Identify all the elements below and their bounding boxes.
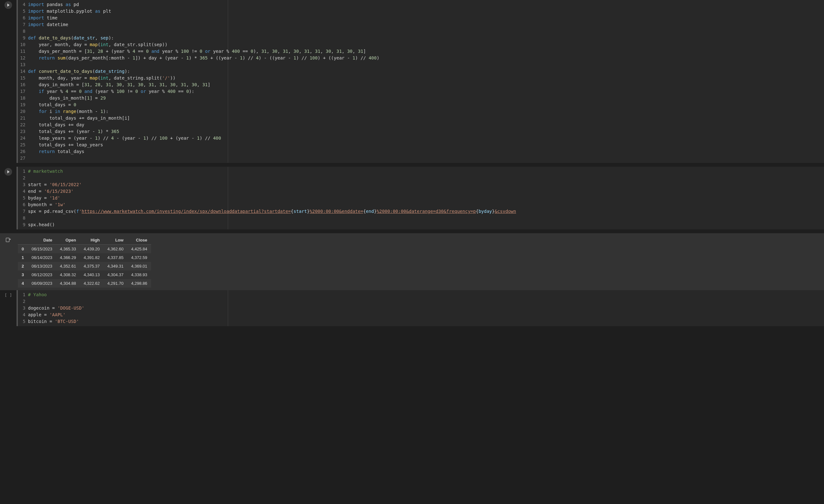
line-content[interactable]: total_days += leap_years	[28, 141, 824, 148]
code-line[interactable]: 11 days_per_month = [31, 28 + (year % 4 …	[18, 48, 824, 55]
code-line[interactable]: 2	[18, 175, 824, 181]
code-line[interactable]: 4apple = 'AAPL'	[18, 311, 824, 318]
code-line[interactable]: 5byday = '1d'	[18, 195, 824, 201]
line-content[interactable]	[28, 62, 824, 68]
code-line[interactable]: 5import matplotlib.pyplot as plt	[18, 8, 824, 15]
line-content[interactable]: import pandas as pd	[28, 1, 824, 8]
code-line[interactable]: 16 days_in_month = [31, 28, 31, 30, 31, …	[18, 82, 824, 88]
line-number: 5	[18, 318, 28, 325]
code-line[interactable]: 9spx.head()	[18, 221, 824, 228]
code-line[interactable]: 1# Yahoo	[18, 291, 824, 298]
code-line[interactable]: 3dogecoin = 'DOGE-USD'	[18, 305, 824, 311]
run-cell-button[interactable]	[4, 168, 12, 176]
code-line[interactable]: 3start = '06/15/2022'	[18, 181, 824, 188]
line-content[interactable]: days_in_month[1] = 29	[28, 95, 824, 101]
line-number: 6	[18, 201, 28, 208]
line-content[interactable]: start = '06/15/2022'	[28, 181, 824, 188]
line-content[interactable]	[28, 175, 824, 181]
line-content[interactable]: year, month, day = map(int, date_str.spl…	[28, 41, 824, 48]
table-cell: 4,369.01	[127, 262, 151, 271]
cell-gutter	[0, 167, 16, 229]
code-line[interactable]: 25 total_days += leap_years	[18, 141, 824, 148]
code-line[interactable]: 17 if year % 4 == 0 and (year % 100 != 0…	[18, 88, 824, 95]
code-line[interactable]: 9def date_to_days(date_str, sep):	[18, 35, 824, 41]
code-line[interactable]: 13	[18, 62, 824, 68]
code-line[interactable]: 26 return total_days	[18, 148, 824, 155]
code-line[interactable]: 6bymonth = '1w'	[18, 201, 824, 208]
code-line[interactable]: 24 leap_years = (year - 1) // 4 - (year …	[18, 135, 824, 141]
column-header: Low	[104, 236, 127, 245]
line-number: 17	[18, 88, 28, 95]
code-line[interactable]: 22 total_days += day	[18, 121, 824, 128]
line-content[interactable]: import datetime	[28, 21, 824, 28]
line-content[interactable]: def convert_date_to_days(date_string):	[28, 68, 824, 75]
output-icon[interactable]	[5, 237, 11, 243]
line-number: 15	[18, 75, 28, 82]
code-line[interactable]: 6import time	[18, 15, 824, 21]
line-content[interactable]: return sum(days_per_month[:month - 1]) +…	[28, 55, 824, 62]
code-line[interactable]: 20 for i in range(month - 1):	[18, 108, 824, 115]
line-content[interactable]	[28, 298, 824, 305]
line-content[interactable]: total_days += days_in_month[i]	[28, 115, 824, 121]
line-content[interactable]: import matplotlib.pyplot as plt	[28, 8, 824, 15]
line-content[interactable]: end = '6/15/2023'	[28, 188, 824, 195]
code-line[interactable]: 15 month, day, year = map(int, date_stri…	[18, 75, 824, 82]
line-number: 5	[18, 195, 28, 201]
line-content[interactable]: import time	[28, 15, 824, 21]
line-content[interactable]: spx = pd.read_csv(f'https://www.marketwa…	[28, 208, 824, 215]
line-content[interactable]: bitcoin = 'BTC-USD'	[28, 318, 824, 325]
line-content[interactable]: return total_days	[28, 148, 824, 155]
line-content[interactable]: leap_years = (year - 1) // 4 - (year - 1…	[28, 135, 824, 141]
line-content[interactable]	[28, 28, 824, 35]
code-line[interactable]: 7import datetime	[18, 21, 824, 28]
code-line[interactable]: 12 return sum(days_per_month[:month - 1]…	[18, 55, 824, 62]
line-content[interactable]: def date_to_days(date_str, sep):	[28, 35, 824, 41]
line-content[interactable]: total_days = 0	[28, 101, 824, 108]
code-line[interactable]: 2	[18, 298, 824, 305]
table-cell: 06/12/2023	[28, 271, 56, 279]
line-number: 12	[18, 55, 28, 62]
code-line[interactable]: 10 year, month, day = map(int, date_str.…	[18, 41, 824, 48]
line-content[interactable]: for i in range(month - 1):	[28, 108, 824, 115]
code-line[interactable]: 19 total_days = 0	[18, 101, 824, 108]
line-content[interactable]	[28, 155, 824, 162]
run-cell-button[interactable]	[4, 1, 12, 9]
line-content[interactable]: spx.head()	[28, 221, 824, 228]
code-line[interactable]: 21 total_days += days_in_month[i]	[18, 115, 824, 121]
code-editor[interactable]: 1# Yahoo23dogecoin = 'DOGE-USD'4apple = …	[16, 290, 824, 326]
code-line[interactable]: 1# marketwatch	[18, 168, 824, 175]
line-content[interactable]: bymonth = '1w'	[28, 201, 824, 208]
code-line[interactable]: 14def convert_date_to_days(date_string):	[18, 68, 824, 75]
line-number: 7	[18, 208, 28, 215]
code-editor[interactable]: 1# marketwatch23start = '06/15/2022'4end…	[16, 167, 824, 229]
table-cell: 4,425.84	[127, 245, 151, 254]
code-line[interactable]: 23 total_days += (year - 1) * 365	[18, 128, 824, 135]
line-content[interactable]: if year % 4 == 0 and (year % 100 != 0 or…	[28, 88, 824, 95]
line-content[interactable]: dogecoin = 'DOGE-USD'	[28, 305, 824, 311]
code-line[interactable]: 18 days_in_month[1] = 29	[18, 95, 824, 101]
line-content[interactable]: total_days += day	[28, 121, 824, 128]
line-content[interactable]	[28, 215, 824, 221]
table-cell: 4,308.32	[56, 271, 80, 279]
line-number: 8	[18, 215, 28, 221]
code-line[interactable]: 8	[18, 28, 824, 35]
execution-count-empty[interactable]: [ ]	[4, 291, 12, 326]
line-content[interactable]: days_per_month = [31, 28 + (year % 4 == …	[28, 48, 824, 55]
line-content[interactable]: # Yahoo	[28, 291, 824, 298]
line-content[interactable]: apple = 'AAPL'	[28, 311, 824, 318]
code-line[interactable]: 7spx = pd.read_csv(f'https://www.marketw…	[18, 208, 824, 215]
code-line[interactable]: 8	[18, 215, 824, 221]
code-line[interactable]: 5bitcoin = 'BTC-USD'	[18, 318, 824, 325]
line-number: 3	[18, 181, 28, 188]
dataframe-table: DateOpenHighLowClose006/15/20234,365.334…	[18, 236, 151, 288]
code-editor[interactable]: 4import pandas as pd5import matplotlib.p…	[16, 0, 824, 163]
line-content[interactable]: days_in_month = [31, 28, 31, 30, 31, 30,…	[28, 82, 824, 88]
line-content[interactable]: month, day, year = map(int, date_string.…	[28, 75, 824, 82]
code-line[interactable]: 4import pandas as pd	[18, 1, 824, 8]
line-content[interactable]: total_days += (year - 1) * 365	[28, 128, 824, 135]
line-number: 13	[18, 62, 28, 68]
line-content[interactable]: # marketwatch	[28, 168, 824, 175]
code-line[interactable]: 27	[18, 155, 824, 162]
code-line[interactable]: 4end = '6/15/2023'	[18, 188, 824, 195]
line-content[interactable]: byday = '1d'	[28, 195, 824, 201]
